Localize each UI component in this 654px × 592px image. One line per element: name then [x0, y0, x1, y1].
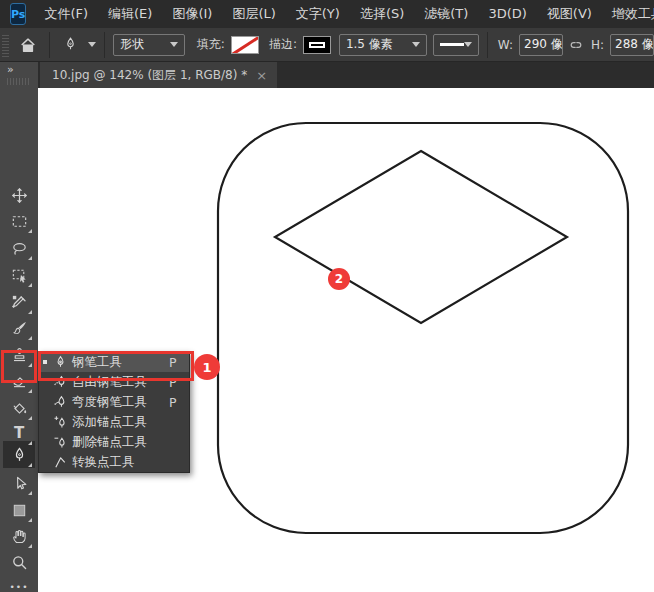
annotation-step-1-badge: 1 — [194, 354, 220, 380]
tool-mode-value: 形状 — [120, 36, 144, 53]
rectangle-icon — [10, 501, 29, 520]
document-tab-title: 10.jpg @ 142% (图层 1, RGB/8) * — [52, 67, 247, 84]
menu-filter[interactable]: 滤镜(T) — [414, 0, 478, 28]
edit-toolbar-button[interactable]: ••• — [9, 577, 29, 592]
object-selection-tool[interactable] — [9, 265, 29, 285]
stroke-width-select[interactable]: 1.5 像素 — [339, 34, 427, 56]
flyout-item-label: 钢笔工具 — [72, 354, 169, 371]
flyout-item-delete-anchor-point-tool[interactable]: 删除锚点工具 — [39, 432, 189, 452]
width-field[interactable]: 290 像 — [519, 34, 563, 56]
stroke-color-preview — [309, 42, 325, 48]
eyedropper-tool[interactable] — [9, 292, 29, 312]
close-tab-icon[interactable]: × — [256, 68, 267, 83]
menu-edit[interactable]: 编辑(E) — [98, 0, 162, 28]
stroke-label: 描边: — [269, 36, 297, 53]
document-tab-bar: 10.jpg @ 142% (图层 1, RGB/8) * × — [38, 62, 654, 88]
flyout-item-shortcut: P — [169, 355, 189, 370]
hand-tool[interactable] — [9, 526, 29, 546]
tool-preset-caret-icon[interactable] — [88, 42, 96, 47]
menu-layer[interactable]: 图层(L) — [222, 0, 285, 28]
flyout-item-label: 添加锚点工具 — [72, 414, 169, 431]
type-tool[interactable]: T — [9, 423, 29, 443]
eraser-tool[interactable] — [9, 371, 29, 391]
photoshop-logo-icon: Ps — [10, 3, 26, 25]
annotation-step-2-badge: 2 — [328, 268, 350, 290]
flyout-item-label: 弯度钢笔工具 — [72, 394, 169, 411]
flyout-item-convert-point-tool[interactable]: 转换点工具 — [39, 452, 189, 472]
paint-bucket-icon — [10, 399, 29, 418]
menu-image[interactable]: 图像(I) — [162, 0, 222, 28]
stroke-style-select[interactable] — [433, 34, 479, 56]
height-label: H: — [591, 38, 604, 52]
diamond-path-shape — [275, 151, 567, 323]
menu-3d[interactable]: 3D(D) — [478, 0, 536, 28]
flyout-item-add-anchor-point-tool[interactable]: 添加锚点工具 — [39, 412, 189, 432]
eyedropper-icon — [10, 293, 29, 312]
ellipsis-icon: ••• — [10, 582, 29, 592]
chevron-down-icon — [412, 42, 420, 47]
canvas[interactable] — [38, 88, 654, 592]
fill-swatch[interactable] — [231, 36, 259, 54]
home-button[interactable] — [15, 32, 41, 58]
flyout-item-freeform-pen-tool[interactable]: 自由钢笔工具 P — [39, 372, 189, 392]
flyout-item-shortcut: P — [169, 395, 189, 410]
flyout-item-pen-tool[interactable]: 钢笔工具 P — [39, 352, 189, 372]
current-tool-button[interactable] — [58, 32, 84, 58]
width-value: 290 像 — [524, 36, 563, 53]
pen-tool[interactable] — [9, 445, 29, 465]
solid-line-icon — [440, 43, 464, 46]
magnifier-icon — [10, 553, 29, 572]
marquee-icon — [10, 212, 29, 231]
path-selection-tool[interactable] — [9, 473, 29, 493]
flyout-item-curvature-pen-tool[interactable]: 弯度钢笔工具 P — [39, 392, 189, 412]
delete-anchor-point-icon — [50, 435, 70, 450]
rectangular-marquee-tool[interactable] — [9, 211, 29, 231]
lasso-icon — [10, 239, 29, 258]
pen-tool-flyout-menu: 钢笔工具 P 自由钢笔工具 P 弯度钢笔工具 P 添加锚点工具 — [38, 351, 190, 473]
add-anchor-point-icon — [50, 415, 70, 430]
menu-view[interactable]: 视图(V) — [537, 0, 602, 28]
fill-label: 填充: — [197, 36, 225, 53]
photoshop-window: Ps 文件(F) 编辑(E) 图像(I) 图层(L) 文字(Y) 选择(S) 滤… — [0, 0, 654, 592]
clone-stamp-icon — [10, 346, 29, 365]
hand-icon — [10, 527, 29, 546]
brush-icon — [10, 319, 29, 338]
options-bar: 形状 填充: 描边: 1.5 像素 W: 290 像 H: — [0, 28, 654, 62]
menu-file[interactable]: 文件(F) — [34, 0, 98, 28]
pen-icon — [50, 355, 70, 370]
rectangle-tool[interactable] — [9, 500, 29, 520]
lasso-tool[interactable] — [9, 238, 29, 258]
zoom-tool[interactable] — [9, 552, 29, 572]
flyout-item-label: 自由钢笔工具 — [72, 374, 169, 391]
divider — [487, 32, 488, 58]
document-tab[interactable]: 10.jpg @ 142% (图层 1, RGB/8) * × — [40, 62, 277, 88]
flyout-item-label: 转换点工具 — [72, 454, 169, 471]
move-tool[interactable] — [9, 185, 29, 205]
options-bar-grip[interactable] — [2, 33, 9, 57]
rounded-square-shape — [218, 123, 628, 533]
curvature-pen-icon — [50, 395, 70, 410]
tool-mode-select[interactable]: 形状 — [113, 34, 185, 56]
toolbar-grip[interactable] — [7, 78, 31, 85]
convert-point-icon — [50, 455, 70, 470]
paint-bucket-tool[interactable] — [9, 398, 29, 418]
clone-stamp-tool[interactable] — [9, 345, 29, 365]
freeform-pen-icon — [50, 375, 70, 390]
divider — [104, 32, 105, 58]
link-icon — [568, 37, 584, 53]
menu-bar: Ps 文件(F) 编辑(E) 图像(I) 图层(L) 文字(Y) 选择(S) 滤… — [0, 0, 654, 28]
menu-select[interactable]: 选择(S) — [350, 0, 414, 28]
brush-tool[interactable] — [9, 318, 29, 338]
link-dimensions-button[interactable] — [563, 32, 589, 58]
divider — [49, 32, 50, 58]
stroke-swatch[interactable] — [303, 36, 331, 54]
height-value: 288 像 — [615, 36, 654, 53]
menu-plugins[interactable]: 增效工具 — [602, 0, 654, 28]
flyout-item-shortcut: P — [169, 375, 189, 390]
menu-type[interactable]: 文字(Y) — [286, 0, 350, 28]
current-tool-bullet — [39, 360, 50, 364]
chevron-down-icon — [464, 42, 472, 47]
collapse-toolbar-icon[interactable]: » — [7, 63, 13, 76]
toolbar-header: » — [0, 62, 38, 88]
height-field[interactable]: 288 像 — [610, 34, 654, 56]
